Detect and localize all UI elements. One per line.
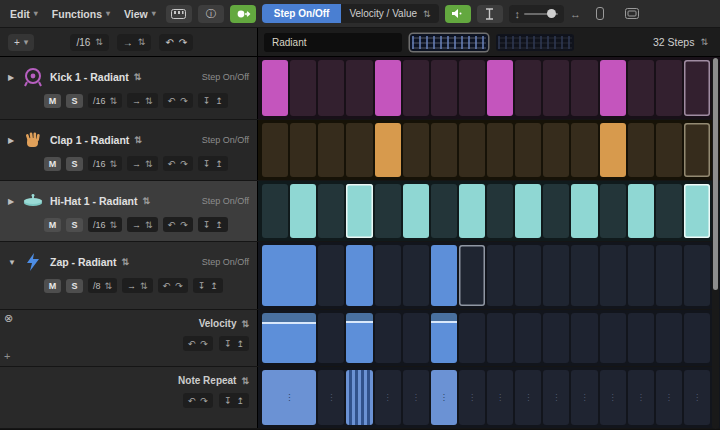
step-cell[interactable] xyxy=(515,313,541,363)
rotate-right-icon[interactable]: ↷ xyxy=(200,339,208,349)
ibeam-icon[interactable] xyxy=(477,5,503,23)
step-cell[interactable] xyxy=(487,313,513,363)
step-cell[interactable] xyxy=(684,60,710,116)
cell-view-icon[interactable] xyxy=(587,5,613,23)
rotate-left-icon[interactable]: ↶ xyxy=(188,396,196,406)
pattern-page-2[interactable] xyxy=(496,34,574,51)
row-playback-mode[interactable]: →⇅ xyxy=(127,93,158,108)
pattern-playback-mode[interactable]: →⇅ xyxy=(117,34,152,51)
step-cell[interactable] xyxy=(431,60,457,116)
mute-button[interactable]: M xyxy=(44,218,61,232)
row-rate-stepper[interactable]: /8⇅ xyxy=(88,278,117,293)
step-cell[interactable] xyxy=(628,313,654,363)
step-cell[interactable] xyxy=(459,313,485,363)
step-cell[interactable] xyxy=(375,184,401,238)
disclosure-triangle-icon[interactable]: ▶ xyxy=(8,73,16,82)
step-cell[interactable] xyxy=(318,123,344,177)
step-cell[interactable] xyxy=(515,60,541,116)
value-increment-icon[interactable]: ↥ xyxy=(236,396,244,406)
step-cell[interactable] xyxy=(543,245,569,306)
rotate-right-icon[interactable]: ↷ xyxy=(180,220,188,230)
step-cell[interactable] xyxy=(543,123,569,177)
track-name[interactable]: Hi-Hat 1 - Radiant⇅ xyxy=(50,195,150,207)
rotate-right-icon[interactable]: ↷ xyxy=(175,281,183,291)
menu-edit[interactable]: Edit▾ xyxy=(6,8,42,20)
value-increment-icon[interactable]: ↥ xyxy=(215,96,223,106)
step-cell[interactable] xyxy=(684,123,710,177)
vertical-scrollbar[interactable] xyxy=(712,58,719,429)
step-cell[interactable]: ⋮ xyxy=(571,370,597,425)
step-cell-active[interactable]: ⋮ xyxy=(262,370,316,425)
step-cell[interactable] xyxy=(684,245,710,306)
menu-functions[interactable]: Functions▾ xyxy=(48,8,114,20)
step-cell[interactable]: ⋮ xyxy=(403,370,429,425)
row-rate-stepper[interactable]: /16⇅ xyxy=(88,93,122,108)
step-cell[interactable] xyxy=(515,123,541,177)
velocity-bar[interactable] xyxy=(431,313,457,363)
row-zoom-slider[interactable]: ↕ xyxy=(509,5,565,23)
rotate-right-icon[interactable]: ↷ xyxy=(200,396,208,406)
step-cell-active[interactable] xyxy=(403,184,429,238)
step-cell[interactable] xyxy=(600,184,626,238)
row-rate-stepper[interactable]: /16⇅ xyxy=(88,156,122,171)
step-cell[interactable] xyxy=(375,245,401,306)
step-cell[interactable]: ⋮ xyxy=(515,370,541,425)
step-cell-active[interactable] xyxy=(346,184,372,238)
step-cell[interactable]: ⋮ xyxy=(459,370,485,425)
value-increment-icon[interactable]: ↥ xyxy=(215,220,223,230)
step-cell[interactable] xyxy=(459,60,485,116)
step-cell[interactable] xyxy=(318,245,344,306)
preview-speaker-toggle[interactable] xyxy=(445,5,471,23)
rotate-left-icon[interactable]: ↶ xyxy=(168,159,176,169)
step-cell[interactable] xyxy=(459,123,485,177)
step-cell[interactable] xyxy=(515,245,541,306)
value-decrement-icon[interactable]: ↧ xyxy=(224,339,232,349)
step-cell-active[interactable] xyxy=(459,184,485,238)
step-cell[interactable]: ⋮ xyxy=(487,370,513,425)
value-decrement-icon[interactable]: ↧ xyxy=(198,281,206,291)
step-cell-active[interactable] xyxy=(346,245,372,306)
step-cell-active[interactable] xyxy=(375,123,401,177)
step-cell[interactable] xyxy=(290,60,316,116)
step-cell-active[interactable] xyxy=(515,184,541,238)
rotate-left-icon[interactable]: ↶ xyxy=(188,339,196,349)
step-cell[interactable] xyxy=(375,313,401,363)
disclosure-triangle-icon[interactable]: ▶ xyxy=(8,197,16,206)
step-cell[interactable]: ⋮ xyxy=(628,370,654,425)
step-cell[interactable] xyxy=(684,313,710,363)
rotate-right-icon[interactable]: ↷ xyxy=(179,37,187,48)
row-playback-mode[interactable]: →⇅ xyxy=(122,278,153,293)
step-cell[interactable]: ⋮ xyxy=(375,370,401,425)
step-cell[interactable] xyxy=(431,184,457,238)
step-cell[interactable] xyxy=(543,313,569,363)
info-icon[interactable]: ⓘ xyxy=(198,5,224,23)
step-cell[interactable]: ⋮ xyxy=(684,370,710,425)
add-subrow-icon[interactable]: + xyxy=(4,350,10,362)
step-cell-active[interactable] xyxy=(600,60,626,116)
step-cell[interactable] xyxy=(571,123,597,177)
rotate-left-icon[interactable]: ↶ xyxy=(168,96,176,106)
step-cell-active[interactable] xyxy=(684,184,710,238)
solo-button[interactable]: S xyxy=(66,279,83,293)
step-cell[interactable] xyxy=(403,123,429,177)
disclosure-triangle-icon[interactable]: ▼ xyxy=(8,258,16,267)
mute-button[interactable]: M xyxy=(44,94,61,108)
slider-track[interactable] xyxy=(524,13,558,15)
step-cell[interactable] xyxy=(656,123,682,177)
horizontal-zoom-icon[interactable]: ↔ xyxy=(570,8,581,20)
value-increment-icon[interactable]: ↥ xyxy=(210,281,218,291)
track-name[interactable]: Zap - Radiant⇅ xyxy=(50,256,129,268)
value-decrement-icon[interactable]: ↧ xyxy=(203,96,211,106)
step-cell[interactable]: ⋮ xyxy=(656,370,682,425)
step-cell-active[interactable] xyxy=(262,60,288,116)
slider-thumb[interactable] xyxy=(547,9,556,18)
step-cell[interactable] xyxy=(656,60,682,116)
subrow-label[interactable]: Velocity⇅ xyxy=(199,318,249,329)
rotate-left-icon[interactable]: ↶ xyxy=(165,37,173,48)
pattern-name-field[interactable]: Radiant xyxy=(264,33,402,52)
step-cell[interactable]: ⋮ xyxy=(600,370,626,425)
value-decrement-icon[interactable]: ↧ xyxy=(203,220,211,230)
pattern-length-select[interactable]: 32 Steps⇅ xyxy=(653,36,714,48)
velocity-bar[interactable] xyxy=(262,313,316,363)
step-cell[interactable] xyxy=(600,245,626,306)
